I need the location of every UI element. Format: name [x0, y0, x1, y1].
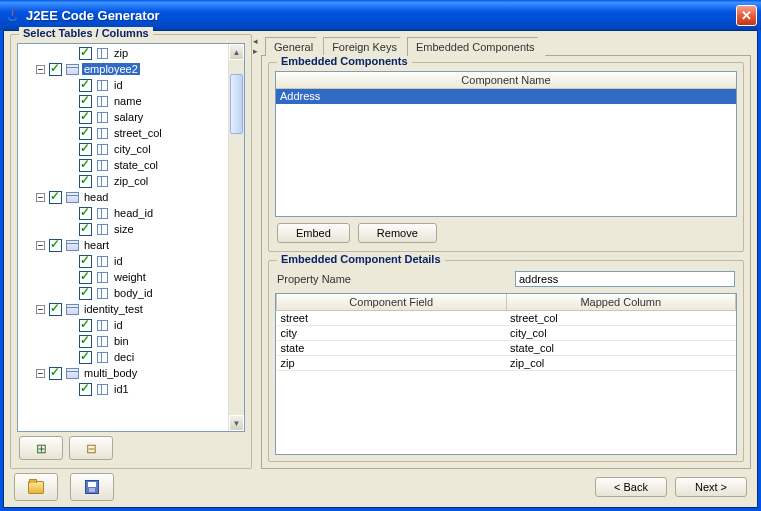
- tree-label[interactable]: bin: [112, 335, 131, 347]
- tree-label[interactable]: id: [112, 319, 125, 331]
- tree[interactable]: zip−employee2idnamesalarystreet_colcity_…: [18, 44, 228, 398]
- tree-toggle[interactable]: −: [36, 369, 45, 378]
- tree-row[interactable]: zip: [18, 45, 228, 61]
- tree-label[interactable]: zip: [112, 47, 130, 59]
- tree-scrollbar[interactable]: ▲ ▼: [228, 44, 244, 431]
- tree-label[interactable]: id: [112, 79, 125, 91]
- tree-row[interactable]: −head: [18, 189, 228, 205]
- tree-checkbox[interactable]: [79, 175, 92, 188]
- component-row[interactable]: Address: [276, 89, 736, 104]
- tree-checkbox[interactable]: [49, 191, 62, 204]
- tree-checkbox[interactable]: [79, 223, 92, 236]
- tree-label[interactable]: deci: [112, 351, 136, 363]
- close-button[interactable]: ✕: [736, 5, 757, 26]
- tree-label[interactable]: state_col: [112, 159, 160, 171]
- tree-label[interactable]: body_id: [112, 287, 155, 299]
- tree-row[interactable]: id1: [18, 381, 228, 397]
- tree-checkbox[interactable]: [49, 367, 62, 380]
- tree-label[interactable]: id1: [112, 383, 131, 395]
- tree-checkbox[interactable]: [79, 319, 92, 332]
- tree-label[interactable]: heart: [82, 239, 111, 251]
- collapse-icon: ⊟: [86, 441, 97, 456]
- scroll-down-button[interactable]: ▼: [229, 415, 244, 431]
- tree-row[interactable]: head_id: [18, 205, 228, 221]
- tree-row[interactable]: body_id: [18, 285, 228, 301]
- mapping-row[interactable]: citycity_col: [277, 326, 736, 341]
- tree-label[interactable]: street_col: [112, 127, 164, 139]
- component-table[interactable]: Component Name Address: [275, 71, 737, 217]
- tree-row[interactable]: state_col: [18, 157, 228, 173]
- tree-checkbox[interactable]: [79, 255, 92, 268]
- tree-label[interactable]: head: [82, 191, 110, 203]
- tree-checkbox[interactable]: [79, 95, 92, 108]
- tab-general[interactable]: General: [265, 37, 324, 56]
- tree-checkbox[interactable]: [79, 159, 92, 172]
- property-name-input[interactable]: [515, 271, 735, 287]
- collapse-all-button[interactable]: ⊟: [69, 436, 113, 460]
- tree-checkbox[interactable]: [79, 287, 92, 300]
- tree-row[interactable]: street_col: [18, 125, 228, 141]
- tree-label[interactable]: city_col: [112, 143, 153, 155]
- splitter-left-icon: ◂: [253, 36, 261, 44]
- tree-row[interactable]: bin: [18, 333, 228, 349]
- tree-label[interactable]: employee2: [82, 63, 140, 75]
- tree-checkbox[interactable]: [49, 303, 62, 316]
- save-button[interactable]: [70, 473, 114, 501]
- tree-row[interactable]: −multi_body: [18, 365, 228, 381]
- tree-row[interactable]: −heart: [18, 237, 228, 253]
- scroll-thumb[interactable]: [230, 74, 243, 134]
- tree-row[interactable]: −employee2: [18, 61, 228, 77]
- mapping-row[interactable]: zipzip_col: [277, 356, 736, 371]
- tree-row[interactable]: id: [18, 77, 228, 93]
- tree-checkbox[interactable]: [79, 47, 92, 60]
- tree-row[interactable]: weight: [18, 269, 228, 285]
- tree-label[interactable]: head_id: [112, 207, 155, 219]
- tree-toggle[interactable]: −: [36, 241, 45, 250]
- tree-checkbox[interactable]: [79, 143, 92, 156]
- back-button[interactable]: < Back: [595, 477, 667, 497]
- tree-checkbox[interactable]: [79, 335, 92, 348]
- titlebar: J2EE Code Generator ✕: [0, 0, 761, 30]
- tree-toggle[interactable]: −: [36, 193, 45, 202]
- tree-row[interactable]: −identity_test: [18, 301, 228, 317]
- tree-label[interactable]: name: [112, 95, 144, 107]
- tree-label[interactable]: salary: [112, 111, 145, 123]
- tree-row[interactable]: city_col: [18, 141, 228, 157]
- embed-button[interactable]: Embed: [277, 223, 350, 243]
- tree-checkbox[interactable]: [79, 207, 92, 220]
- open-button[interactable]: [14, 473, 58, 501]
- tree-checkbox[interactable]: [79, 383, 92, 396]
- remove-button[interactable]: Remove: [358, 223, 437, 243]
- tab-foreign-keys[interactable]: Foreign Keys: [323, 37, 408, 56]
- splitter[interactable]: ◂ ▸: [252, 34, 261, 469]
- scroll-up-button[interactable]: ▲: [229, 44, 244, 60]
- tree-row[interactable]: id: [18, 253, 228, 269]
- tree-label[interactable]: multi_body: [82, 367, 139, 379]
- tree-toggle[interactable]: −: [36, 305, 45, 314]
- tree-label[interactable]: zip_col: [112, 175, 150, 187]
- mapping-table[interactable]: Component Field Mapped Column streetstre…: [275, 293, 737, 455]
- tree-row[interactable]: id: [18, 317, 228, 333]
- tree-row[interactable]: deci: [18, 349, 228, 365]
- tree-label[interactable]: weight: [112, 271, 148, 283]
- mapping-row[interactable]: streetstreet_col: [277, 311, 736, 326]
- tree-row[interactable]: zip_col: [18, 173, 228, 189]
- tree-row[interactable]: salary: [18, 109, 228, 125]
- tree-checkbox[interactable]: [49, 63, 62, 76]
- expand-all-button[interactable]: ⊞: [19, 436, 63, 460]
- tree-checkbox[interactable]: [79, 79, 92, 92]
- tree-checkbox[interactable]: [79, 111, 92, 124]
- tree-label[interactable]: size: [112, 223, 136, 235]
- tree-checkbox[interactable]: [79, 351, 92, 364]
- tab-embedded-components[interactable]: Embedded Components: [407, 37, 546, 56]
- tree-row[interactable]: size: [18, 221, 228, 237]
- next-button[interactable]: Next >: [675, 477, 747, 497]
- tree-checkbox[interactable]: [79, 127, 92, 140]
- mapping-row[interactable]: statestate_col: [277, 341, 736, 356]
- tree-label[interactable]: id: [112, 255, 125, 267]
- tree-checkbox[interactable]: [49, 239, 62, 252]
- tree-checkbox[interactable]: [79, 271, 92, 284]
- tree-row[interactable]: name: [18, 93, 228, 109]
- tree-toggle[interactable]: −: [36, 65, 45, 74]
- tree-label[interactable]: identity_test: [82, 303, 145, 315]
